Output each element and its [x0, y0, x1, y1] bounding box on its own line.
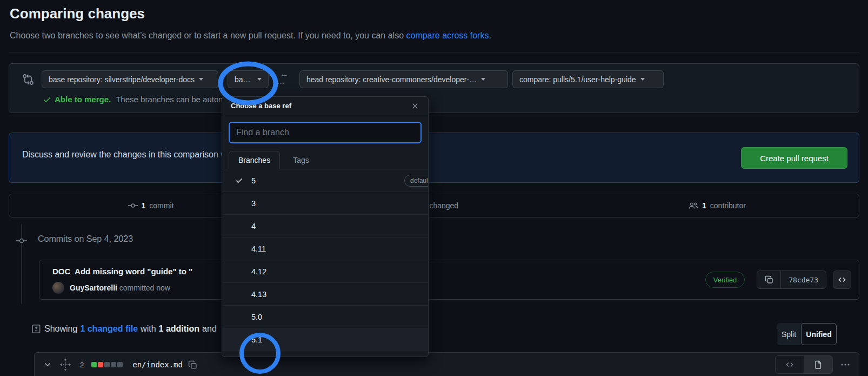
commit-author-link[interactable]: GuySartorelli	[70, 283, 117, 292]
branch-name: 5.0	[251, 313, 262, 321]
branch-name: 4	[251, 222, 256, 230]
drag-handle-icon[interactable]	[59, 358, 71, 372]
branch-list: 5 default 3 4 4.11 4.12 4.13	[222, 169, 428, 351]
file-header-actions	[775, 355, 850, 374]
file-changes-count: 2	[80, 361, 84, 369]
subtitle-text: Choose two branches to see what’s change…	[10, 31, 406, 40]
tab-tags[interactable]: Tags	[280, 151, 322, 169]
with-text: with	[141, 324, 156, 334]
and-text: and	[202, 324, 217, 334]
merge-status-text: Able to merge.	[55, 95, 111, 104]
head-repository-dropdown[interactable]: head repository: creative-commoners/deve…	[299, 70, 508, 88]
diff-square-deleted	[98, 362, 103, 367]
ref-picker-panel: Choose a base ref Branches Tags 5 defaul…	[222, 96, 429, 357]
base-repository-dropdown[interactable]: base repository: silverstripe/developer-…	[42, 70, 218, 88]
branch-list-item[interactable]: 4	[222, 215, 428, 238]
page-title: Comparing changes	[10, 5, 145, 22]
github-compare-page: { "page": { "title": "Comparing changes"…	[0, 0, 868, 376]
close-icon[interactable]	[411, 102, 419, 110]
ref-filter-area	[222, 115, 428, 148]
ref-picker-title: Choose a base ref	[231, 102, 291, 110]
base-ref-dropdown[interactable]: base: 5	[228, 70, 269, 88]
author-avatar[interactable]	[52, 282, 64, 294]
branch-list-item[interactable]: 4.11	[222, 238, 428, 260]
diff-square-neutral	[104, 362, 110, 367]
branch-list-item[interactable]: 4.13	[222, 283, 428, 306]
contributors-label: contributor	[710, 201, 746, 210]
additions-text: 1 addition	[159, 324, 200, 334]
git-compare-icon	[22, 74, 34, 85]
branch-name: 5.1	[251, 335, 262, 344]
rich-diff-button[interactable]	[804, 356, 832, 373]
branch-list-item[interactable]: 5 default	[222, 169, 428, 192]
branch-list-item[interactable]: 5.1	[222, 328, 428, 351]
subtitle-suffix: .	[489, 31, 491, 40]
branch-name: 3	[251, 199, 256, 208]
file-options-kebab-icon[interactable]	[840, 360, 850, 369]
base-repository-label: base repository: silverstripe/developer-…	[49, 75, 195, 84]
commit-sha-group: 78cde73	[757, 271, 826, 289]
commits-label: commit	[149, 201, 173, 210]
file-view-mode-group	[775, 355, 833, 374]
find-branch-input[interactable]	[229, 122, 422, 143]
unified-view-button[interactable]: Unified	[801, 323, 837, 345]
annotation-overlay	[0, 0, 868, 376]
source-view-button[interactable]	[776, 356, 804, 373]
branch-selector-box: base repository: silverstripe/developer-…	[9, 63, 859, 113]
commits-date-header: Commits on Sep 4, 2023	[38, 234, 133, 244]
compare-ref-label: compare: pulls/5.1/user-help-guide	[519, 75, 636, 84]
dropdown-caret-icon	[481, 78, 485, 81]
commit-sha[interactable]: 78cde73	[781, 271, 826, 288]
compare-stats-bar: 1 commit 1 file changed 1 contributor	[9, 194, 859, 217]
browse-code-button[interactable]	[833, 271, 851, 289]
header-divider	[9, 52, 859, 52]
showing-text: Showing	[44, 324, 77, 334]
base-ref-label: base: 5	[235, 75, 253, 84]
branch-list-item[interactable]: 3	[222, 192, 428, 215]
commits-count: 1	[142, 201, 146, 210]
branch-name: 4.13	[251, 290, 266, 299]
branch-name: 5	[251, 176, 256, 185]
commit-icon	[128, 201, 138, 210]
diff-square-added	[91, 362, 97, 367]
diff-view-toggle: Split Unified	[777, 323, 837, 345]
commit-byline: GuySartorelli committed now	[70, 283, 170, 292]
branch-list-item[interactable]: 5.0	[222, 306, 428, 328]
compare-range-arrow-icon: ←…	[273, 70, 295, 89]
diff-square-neutral	[111, 362, 116, 367]
verified-badge[interactable]: Verified	[705, 272, 745, 288]
file-path[interactable]: en/index.md	[132, 360, 183, 369]
diff-stat-squares	[91, 362, 123, 367]
branch-name: 4.11	[251, 245, 266, 253]
copy-path-icon[interactable]	[188, 360, 197, 370]
dropdown-caret-icon	[257, 78, 262, 81]
changed-file-header: 2 en/index.md	[35, 353, 859, 376]
split-view-button[interactable]: Split	[777, 323, 801, 345]
commit-card: DOC Add missing word "guide" to " GuySar…	[39, 260, 859, 300]
collapse-file-chevron-icon[interactable]	[43, 360, 52, 369]
ref-picker-header: Choose a base ref	[222, 97, 428, 115]
file-diff-icon	[31, 324, 41, 334]
pull-request-banner: Discuss and review the changes in this c…	[9, 133, 859, 183]
dropdown-caret-icon	[640, 78, 645, 81]
commit-node-icon	[15, 236, 29, 245]
tab-branches[interactable]: Branches	[229, 151, 280, 169]
page-subtitle: Choose two branches to see what’s change…	[10, 31, 491, 41]
branch-name: 4.12	[251, 267, 266, 276]
ref-picker-tabs: Branches Tags	[222, 151, 428, 169]
compare-across-forks-link[interactable]: compare across forks	[406, 31, 489, 40]
head-repository-label: head repository: creative-commoners/deve…	[306, 75, 477, 84]
diff-summary-row: Showing 1 changed file with 1 addition a…	[31, 324, 217, 334]
copy-sha-button[interactable]	[757, 271, 781, 288]
dropdown-caret-icon	[199, 78, 203, 81]
changed-file-box: 2 en/index.md	[34, 352, 859, 376]
changed-files-link[interactable]: 1 changed file	[80, 324, 138, 334]
contributors-stat[interactable]: 1 contributor	[576, 194, 859, 217]
branch-list-item[interactable]: 4.12	[222, 260, 428, 283]
default-branch-badge: default	[404, 175, 429, 187]
create-pull-request-button[interactable]: Create pull request	[741, 147, 847, 169]
commit-title-link[interactable]: DOC Add missing word "guide" to "	[52, 267, 192, 276]
compare-ref-dropdown[interactable]: compare: pulls/5.1/user-help-guide	[512, 70, 664, 88]
commit-meta: committed now	[117, 283, 170, 292]
contributors-count: 1	[702, 201, 706, 210]
